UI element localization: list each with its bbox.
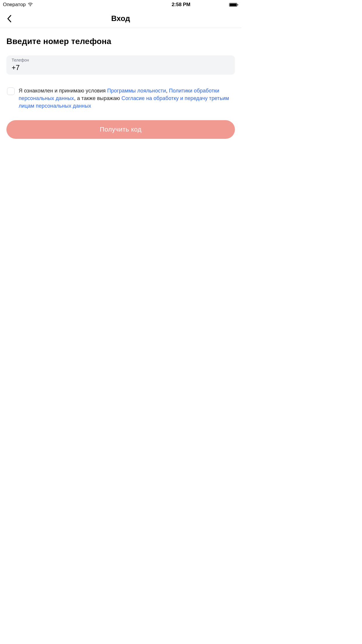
carrier-label: Оператор xyxy=(3,2,26,8)
nav-bar: Вход xyxy=(0,9,241,28)
get-code-button[interactable]: Получить код xyxy=(6,120,235,139)
loyalty-program-link[interactable]: Программы лояльности xyxy=(107,88,166,94)
content: Введите номер телефона Телефон Я ознаком… xyxy=(0,28,241,139)
status-time: 2:58 PM xyxy=(172,2,190,8)
status-bar: Оператор 2:58 PM xyxy=(0,0,241,9)
phone-input-label: Телефон xyxy=(12,58,230,62)
back-button[interactable] xyxy=(3,13,15,24)
phone-input[interactable] xyxy=(12,62,230,72)
wifi-icon xyxy=(28,3,33,7)
phone-input-wrap[interactable]: Телефон xyxy=(6,55,235,75)
nav-title: Вход xyxy=(111,14,130,23)
chevron-left-icon xyxy=(7,15,12,22)
status-right xyxy=(229,3,237,7)
page-heading: Введите номер телефона xyxy=(6,37,235,46)
consent-checkbox[interactable] xyxy=(7,88,15,95)
consent-sep2: , а также выражаю xyxy=(74,95,122,101)
battery-icon xyxy=(229,3,237,7)
consent-text: Я ознакомлен и принимаю условия Программ… xyxy=(19,87,234,110)
consent-row: Я ознакомлен и принимаю условия Программ… xyxy=(6,87,235,110)
status-left: Оператор xyxy=(3,2,33,8)
consent-sep1: , xyxy=(166,88,169,94)
consent-prefix: Я ознакомлен и принимаю условия xyxy=(19,88,107,94)
